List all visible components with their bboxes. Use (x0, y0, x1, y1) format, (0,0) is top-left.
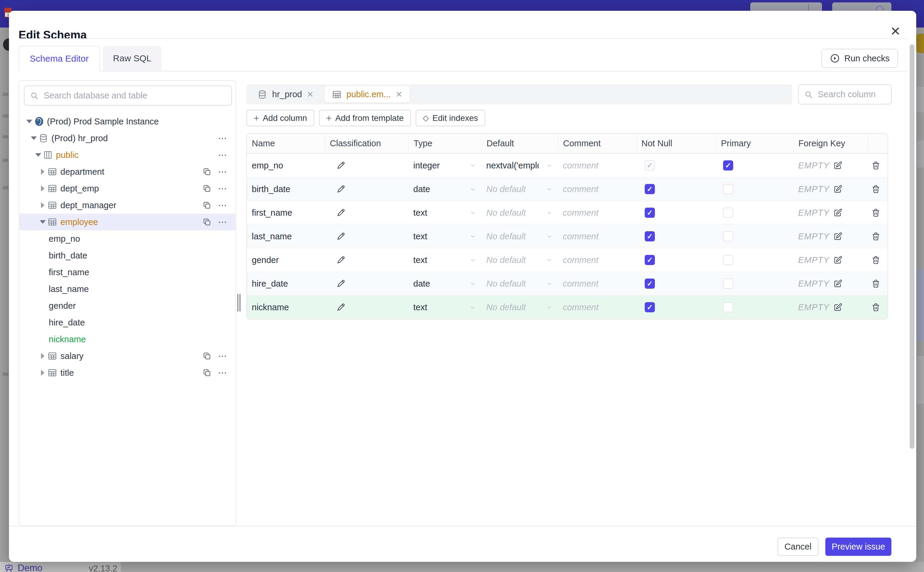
more-actions-icon[interactable]: ⋯ (218, 135, 228, 141)
delete-column-icon[interactable] (871, 208, 881, 218)
chevron-right-icon[interactable] (38, 370, 47, 376)
checkbox-unchecked[interactable] (723, 302, 733, 312)
comment-input[interactable]: comment (563, 232, 598, 241)
column-name-value[interactable]: first_name (252, 208, 292, 218)
checkbox-checked[interactable]: ✓ (723, 160, 733, 171)
tree-item-public[interactable]: public⋯ (19, 146, 235, 163)
edit-foreign-key-icon[interactable] (833, 232, 843, 241)
more-actions-icon[interactable]: ⋯ (218, 202, 228, 208)
classification-pencil-icon[interactable] (336, 161, 346, 170)
default-select[interactable]: No default (486, 208, 558, 218)
copy-icon[interactable] (202, 368, 211, 377)
edit-foreign-key-icon[interactable] (833, 184, 843, 194)
edit-indexes-button[interactable]: ◇Edit indexes (415, 110, 485, 126)
more-actions-icon[interactable]: ⋯ (218, 353, 228, 359)
cancel-button[interactable]: Cancel (777, 538, 819, 556)
column-name-value[interactable]: nickname (252, 302, 289, 312)
add-column-button[interactable]: +Add column (247, 110, 314, 126)
delete-column-icon[interactable] (871, 184, 881, 194)
run-checks-button[interactable]: Run checks (822, 49, 898, 68)
editor-tab-hr_prod[interactable]: hr_prod✕ (250, 86, 321, 103)
preview-issue-button[interactable]: Preview issue (825, 538, 891, 556)
tree-search-field[interactable] (24, 85, 232, 106)
tree-item-employee[interactable]: employee⋯ (19, 214, 235, 230)
comment-input[interactable]: comment (563, 208, 598, 218)
delete-column-icon[interactable] (871, 255, 881, 265)
comment-input[interactable]: comment (563, 255, 598, 265)
classification-pencil-icon[interactable] (336, 255, 346, 265)
close-icon[interactable]: ✕ (890, 25, 901, 38)
checkbox-checked[interactable]: ✓ (645, 278, 655, 289)
tree-item--prod-prod-sample-instance[interactable]: (Prod) Prod Sample Instance (19, 113, 235, 130)
checkbox-checked[interactable]: ✓ (645, 255, 655, 265)
type-select[interactable]: text (413, 208, 481, 218)
tab-raw-sql[interactable]: Raw SQL (103, 46, 161, 71)
delete-column-icon[interactable] (871, 232, 881, 241)
add-from-template-button[interactable]: +Add from template (319, 110, 411, 126)
chevron-right-icon[interactable] (38, 202, 47, 208)
tree-search-input[interactable] (43, 90, 226, 101)
edit-foreign-key-icon[interactable] (833, 161, 843, 170)
column-name-value[interactable]: last_name (252, 232, 292, 241)
tree-item-department[interactable]: department⋯ (19, 163, 235, 180)
tree-item--prod-hr_prod[interactable]: (Prod) hr_prod⋯ (19, 130, 235, 146)
default-select[interactable]: nextval('employ (486, 161, 558, 171)
checkbox-checked[interactable]: ✓ (645, 231, 655, 241)
dialog-scrollbar-thumb[interactable] (910, 44, 915, 449)
chevron-down-icon[interactable] (38, 220, 47, 224)
copy-icon[interactable] (202, 184, 211, 193)
more-actions-icon[interactable]: ⋯ (218, 370, 228, 376)
column-name-value[interactable]: gender (252, 255, 279, 265)
tree-item-nickname[interactable]: nickname (19, 331, 235, 348)
copy-icon[interactable] (202, 218, 211, 227)
checkbox-checked[interactable]: ✓ (645, 184, 655, 194)
comment-input[interactable]: comment (563, 161, 598, 171)
column-name-value[interactable]: emp_no (252, 161, 283, 171)
copy-icon[interactable] (202, 201, 211, 210)
comment-input[interactable]: comment (563, 279, 598, 289)
type-select[interactable]: integer (413, 161, 481, 171)
checkbox-unchecked[interactable] (723, 184, 733, 194)
tree-item-hire_date[interactable]: hire_date (19, 314, 235, 331)
type-select[interactable]: date (413, 184, 481, 194)
close-tab-icon[interactable]: ✕ (307, 90, 314, 99)
chevron-right-icon[interactable] (38, 169, 47, 175)
chevron-right-icon[interactable] (38, 185, 47, 191)
delete-column-icon[interactable] (871, 302, 881, 312)
tree-item-last_name[interactable]: last_name (19, 281, 235, 297)
edit-foreign-key-icon[interactable] (833, 208, 843, 218)
tab-schema-editor[interactable]: Schema Editor (19, 46, 100, 72)
copy-icon[interactable] (202, 351, 211, 361)
column-search-field[interactable] (798, 84, 892, 104)
type-select[interactable]: text (413, 302, 481, 312)
chevron-down-icon[interactable] (25, 120, 34, 123)
tree-item-title[interactable]: title⋯ (19, 364, 235, 381)
close-tab-icon[interactable]: ✕ (395, 90, 403, 99)
editor-tab-public-em-[interactable]: public.em...✕ (324, 86, 410, 103)
comment-input[interactable]: comment (563, 184, 598, 194)
delete-column-icon[interactable] (871, 161, 881, 170)
comment-input[interactable]: comment (563, 302, 598, 312)
more-actions-icon[interactable]: ⋯ (218, 169, 228, 175)
classification-pencil-icon[interactable] (336, 232, 346, 241)
checkbox-checked[interactable]: ✓ (645, 208, 655, 218)
default-select[interactable]: No default (486, 255, 558, 265)
checkbox-unchecked[interactable] (723, 208, 733, 218)
tree-item-dept_emp[interactable]: dept_emp⋯ (19, 180, 235, 197)
default-select[interactable]: No default (486, 232, 558, 241)
tree-item-emp_no[interactable]: emp_no (19, 230, 235, 247)
chevron-down-icon[interactable] (34, 153, 43, 157)
more-actions-icon[interactable]: ⋯ (218, 152, 228, 158)
column-name-value[interactable]: hire_date (252, 279, 288, 289)
column-name-value[interactable]: birth_date (252, 184, 290, 194)
delete-column-icon[interactable] (871, 279, 881, 288)
default-select[interactable]: No default (486, 279, 558, 289)
chevron-down-icon[interactable] (29, 137, 38, 140)
copy-icon[interactable] (202, 167, 211, 176)
classification-pencil-icon[interactable] (336, 208, 346, 218)
checkbox-unchecked[interactable] (723, 231, 733, 241)
tree-item-gender[interactable]: gender (19, 297, 235, 314)
demo-link[interactable]: Demo (5, 563, 42, 572)
classification-pencil-icon[interactable] (336, 279, 346, 288)
checkbox-unchecked[interactable] (723, 255, 733, 265)
